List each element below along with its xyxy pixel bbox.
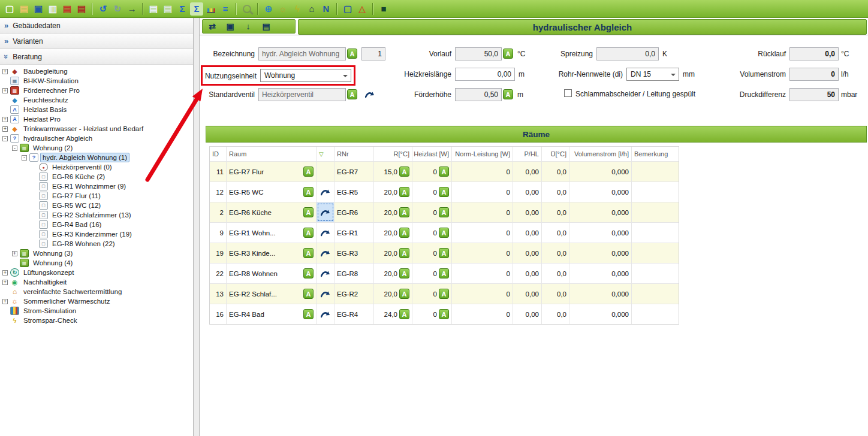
auto-value-button[interactable]: A bbox=[439, 248, 449, 258]
export-folder-icon[interactable]: ▤ bbox=[75, 2, 88, 16]
ruecklauf-input[interactable]: 0,0 bbox=[789, 47, 839, 60]
tree-item[interactable]: vereinfachte Sachwertermittlung bbox=[0, 287, 193, 296]
window-icon[interactable]: ▢ bbox=[341, 2, 354, 16]
column-header-arrow[interactable]: ▽ bbox=[317, 147, 334, 161]
vorlauf-auto-button[interactable]: A bbox=[503, 49, 513, 59]
column-header-heizlast[interactable]: Heizlast [W] bbox=[412, 147, 452, 161]
druckdifferenz-input[interactable]: 50 bbox=[789, 88, 839, 101]
foerderhoehe-input[interactable]: 0,50 bbox=[455, 88, 502, 101]
split-view-icon[interactable]: ⇄ bbox=[206, 20, 219, 33]
sum-icon[interactable]: Σ bbox=[176, 2, 189, 16]
table-row[interactable]: 12EG-R5 WCAEG-R520,0A0A00,000,00,000 bbox=[210, 181, 679, 202]
tree-item[interactable]: EG-R5 WC (12) bbox=[0, 201, 193, 210]
jump-to-room-cell[interactable] bbox=[317, 243, 334, 263]
tree-item[interactable]: +Lüftungskonzept bbox=[0, 268, 193, 277]
tree-item[interactable]: +Sommerlicher Wärmeschutz bbox=[0, 296, 193, 306]
new-document-icon[interactable]: ▢ bbox=[3, 2, 16, 16]
foerderhoehe-auto-button[interactable]: A bbox=[503, 89, 513, 99]
tree-item[interactable]: EG-R2 Schlafzimmer (13) bbox=[0, 210, 193, 220]
auto-value-button[interactable]: A bbox=[439, 228, 449, 238]
vorlauf-input[interactable]: 50,0 bbox=[455, 47, 502, 60]
bezeichnung-input[interactable]: hydr. Abgleich Wohnung bbox=[258, 47, 346, 60]
volumenstrom-input[interactable]: 0 bbox=[789, 68, 839, 81]
tree-item[interactable]: Heizlast Basis bbox=[0, 105, 193, 114]
table-row[interactable]: 11EG-R7 FlurAEG-R715,0A0A00,000,00,000 bbox=[210, 161, 679, 181]
zoom-icon[interactable] bbox=[240, 2, 254, 16]
open-folder-icon[interactable]: ▤ bbox=[17, 2, 31, 16]
table-row[interactable]: 16EG-R4 BadAEG-R424,0A0A00,000,00,000 bbox=[210, 304, 679, 324]
column-header-raum[interactable]: Raum bbox=[227, 147, 317, 161]
tree-item[interactable]: +Trinkwarmwasser - Heizlast und Bedarf bbox=[0, 124, 193, 134]
auto-value-button[interactable]: A bbox=[303, 228, 314, 238]
save-icon[interactable]: ▣ bbox=[32, 2, 45, 16]
report-book-icon[interactable]: ▤ bbox=[260, 20, 273, 33]
auto-value-button[interactable]: A bbox=[399, 289, 409, 299]
tree-item[interactable]: +Baubegleitung bbox=[0, 66, 193, 76]
collapse-icon[interactable]: - bbox=[22, 155, 27, 161]
auto-value-button[interactable]: A bbox=[399, 166, 409, 177]
tree-item[interactable]: +Wohnung (3) bbox=[0, 249, 193, 258]
tree-item[interactable]: EG-R8 Wohnen (22) bbox=[0, 239, 193, 249]
copy-icon[interactable]: ▥ bbox=[46, 2, 59, 16]
table-row[interactable]: 13EG-R2 Schlaf...AEG-R220,0A0A00,000,00,… bbox=[210, 283, 679, 304]
tree-item[interactable]: -Wohnung (2) bbox=[0, 143, 193, 153]
auto-value-button[interactable]: A bbox=[303, 309, 314, 319]
jump-to-room-cell[interactable] bbox=[317, 182, 334, 202]
jump-to-room-cell[interactable] bbox=[317, 162, 334, 181]
column-header-norm[interactable]: Norm-Leistung [W] bbox=[452, 147, 513, 161]
redo-icon[interactable]: ↻ bbox=[111, 2, 124, 16]
auto-value-button[interactable]: A bbox=[399, 248, 409, 258]
table-row[interactable]: 2EG-R6 KücheAEG-R620,0A0A00,000,00,000 bbox=[210, 202, 679, 222]
schlammabscheider-checkbox[interactable] bbox=[564, 89, 572, 97]
auto-value-button[interactable]: A bbox=[439, 268, 449, 278]
jump-to-room-cell[interactable] bbox=[317, 304, 334, 324]
auto-value-button[interactable]: A bbox=[439, 309, 449, 319]
roof-icon[interactable]: △ bbox=[355, 2, 369, 16]
auto-value-button[interactable]: A bbox=[303, 289, 314, 299]
expand-icon[interactable]: + bbox=[2, 117, 8, 122]
standardventil-jump-button[interactable] bbox=[361, 88, 378, 101]
lfd-nr-field[interactable]: 1 bbox=[361, 47, 385, 60]
auto-value-button[interactable]: A bbox=[399, 268, 409, 278]
collapse-icon[interactable]: - bbox=[2, 136, 8, 141]
spreizung-input[interactable]: 0,0 bbox=[596, 47, 659, 60]
auto-value-button[interactable]: A bbox=[303, 187, 314, 197]
auto-value-button[interactable]: A bbox=[439, 289, 449, 299]
section-beratung[interactable]: » Beratung bbox=[0, 49, 193, 65]
table-row[interactable]: 9EG-R1 Wohn...AEG-R120,0A0A00,000,00,000 bbox=[210, 222, 679, 243]
sidebar-splitter[interactable] bbox=[194, 18, 200, 436]
globe-icon[interactable]: ⊕ bbox=[262, 2, 275, 16]
report-icon[interactable]: ▤ bbox=[147, 2, 160, 16]
expand-icon[interactable]: + bbox=[2, 126, 8, 132]
tree-item[interactable]: BHKW-Simulation bbox=[0, 76, 193, 86]
home-icon[interactable]: ⌂ bbox=[305, 2, 318, 16]
tree-item[interactable]: EG-R6 Küche (2) bbox=[0, 172, 193, 181]
heizkreislaenge-input[interactable]: 0,00 bbox=[455, 68, 515, 81]
jump-to-room-cell[interactable] bbox=[317, 223, 334, 243]
tree-item[interactable]: EG-R4 Bad (16) bbox=[0, 220, 193, 229]
column-header-phl[interactable]: P/HL bbox=[513, 147, 542, 161]
tree-item[interactable]: +Nachhaltigkeit bbox=[0, 277, 193, 287]
tree-item[interactable]: Stromspar-Check bbox=[0, 316, 193, 325]
sort-icon[interactable]: ↓ bbox=[242, 20, 255, 33]
lightning-icon[interactable]: ϟ bbox=[291, 2, 304, 16]
section-gebaeudedaten[interactable]: » Gebäudedaten bbox=[0, 18, 193, 34]
auto-value-button[interactable]: A bbox=[399, 207, 409, 217]
column-header-r[interactable]: R[°C] bbox=[374, 147, 412, 161]
nutzungseinheit-dropdown[interactable]: Wohnung bbox=[260, 69, 351, 82]
expand-icon[interactable]: + bbox=[2, 69, 8, 74]
table-row[interactable]: 19EG-R3 Kinde...AEG-R320,0A0A00,000,00,0… bbox=[210, 243, 679, 263]
expand-icon[interactable]: + bbox=[2, 280, 8, 285]
import-folder-icon[interactable]: ▤ bbox=[61, 2, 74, 16]
list-icon[interactable]: ≡ bbox=[219, 2, 232, 16]
document-sum-icon[interactable]: ▤ bbox=[161, 2, 174, 16]
stop-icon[interactable]: ■ bbox=[377, 2, 390, 16]
auto-value-button[interactable]: A bbox=[439, 207, 449, 217]
auto-value-button[interactable]: A bbox=[303, 207, 314, 217]
auto-value-button[interactable]: A bbox=[399, 309, 409, 319]
tree-item[interactable]: Feuchteschutz bbox=[0, 95, 193, 105]
collapse-icon[interactable]: - bbox=[12, 146, 17, 151]
chart-icon[interactable] bbox=[204, 2, 218, 16]
auto-value-button[interactable]: A bbox=[399, 187, 409, 197]
bezeichnung-auto-button[interactable]: A bbox=[347, 49, 357, 59]
